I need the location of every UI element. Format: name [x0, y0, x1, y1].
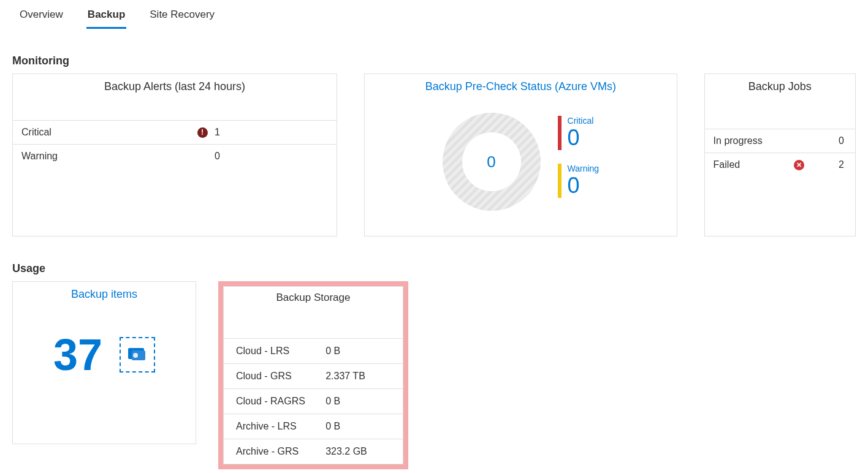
precheck-legend-warning[interactable]: Warning 0 [558, 164, 600, 198]
precheck-legend-value: 0 [568, 127, 594, 149]
jobs-row-value: 2 [811, 159, 847, 170]
precheck-legend-label: Warning [568, 164, 600, 173]
tab-site-recovery[interactable]: Site Recovery [148, 5, 216, 29]
card-precheck-title[interactable]: Backup Pre-Check Status (Azure VMs) [365, 74, 676, 98]
storage-row-value: 2.337 TB [326, 371, 390, 382]
card-precheck[interactable]: Backup Pre-Check Status (Azure VMs) 0 [364, 74, 677, 236]
svg-point-6 [133, 353, 138, 358]
card-backup-jobs[interactable]: Backup Jobs In progress 0 Failed ✕ 2 [704, 74, 856, 236]
highlight-box: Backup Storage Cloud - LRS 0 B Cloud - G… [218, 281, 408, 469]
usage-row: Backup items 37 Backup Storage Cloud - L… [12, 281, 856, 469]
precheck-legend-label: Critical [568, 116, 594, 126]
precheck-legend-critical[interactable]: Critical 0 [558, 116, 600, 150]
storage-row[interactable]: Cloud - LRS 0 B [224, 338, 403, 363]
storage-row-value: 0 B [326, 421, 390, 432]
storage-row-value: 0 B [326, 346, 390, 357]
precheck-legend-value: 0 [568, 175, 600, 197]
alerts-row-warning[interactable]: Warning 0 [13, 144, 337, 168]
precheck-body: 0 Critical 0 Warning 0 [365, 98, 676, 211]
jobs-row-label: In progress [714, 135, 787, 146]
storage-row[interactable]: Archive - LRS 0 B [224, 414, 403, 439]
card-backup-alerts-title: Backup Alerts (last 24 hours) [13, 74, 337, 98]
tab-bar: Overview Backup Site Recovery [12, 0, 856, 29]
jobs-row-value: 0 [811, 135, 847, 146]
tab-overview[interactable]: Overview [18, 5, 64, 29]
storage-row-label: Cloud - RAGRS [236, 396, 326, 407]
warning-bar-icon [558, 164, 562, 198]
section-monitoring-title: Monitoring [12, 55, 856, 67]
card-backup-storage-title: Backup Storage [224, 287, 403, 308]
card-backup-alerts[interactable]: Backup Alerts (last 24 hours) Critical !… [12, 74, 337, 236]
alerts-row-label: Critical [21, 127, 190, 138]
storage-row[interactable]: Cloud - GRS 2.337 TB [224, 363, 403, 388]
precheck-donut: 0 [443, 113, 541, 211]
card-backup-jobs-title: Backup Jobs [705, 74, 855, 98]
jobs-row-label: Failed [714, 159, 787, 170]
alerts-row-value: 1 [215, 127, 328, 138]
storage-row-value: 0 B [326, 396, 390, 407]
backup-items-icon [120, 337, 155, 373]
precheck-donut-value: 0 [443, 113, 541, 211]
jobs-row-failed[interactable]: Failed ✕ 2 [705, 153, 855, 176]
storage-row-label: Cloud - GRS [236, 371, 326, 382]
jobs-row-inprogress[interactable]: In progress 0 [705, 129, 855, 153]
critical-bar-icon [558, 116, 562, 150]
storage-row-label: Archive - GRS [236, 446, 326, 457]
alerts-row-label: Warning [21, 151, 190, 162]
storage-row-value: 323.2 GB [326, 446, 390, 457]
storage-row-label: Archive - LRS [236, 421, 326, 432]
tab-backup[interactable]: Backup [86, 5, 126, 29]
failed-icon: ✕ [786, 160, 811, 170]
storage-row-label: Cloud - LRS [236, 346, 326, 357]
storage-row[interactable]: Cloud - RAGRS 0 B [224, 388, 403, 414]
precheck-legend: Critical 0 Warning 0 [558, 116, 600, 208]
section-usage-title: Usage [12, 262, 856, 275]
card-backup-items[interactable]: Backup items 37 [12, 281, 196, 444]
backup-items-count: 37 [53, 333, 102, 377]
storage-row[interactable]: Archive - GRS 323.2 GB [224, 439, 403, 464]
alerts-row-critical[interactable]: Critical ! 1 [13, 120, 337, 144]
card-backup-storage[interactable]: Backup Storage Cloud - LRS 0 B Cloud - G… [223, 286, 403, 464]
critical-icon: ! [190, 127, 215, 138]
alerts-row-value: 0 [215, 151, 328, 162]
card-backup-items-title[interactable]: Backup items [13, 282, 196, 306]
monitoring-row: Backup Alerts (last 24 hours) Critical !… [12, 74, 856, 236]
